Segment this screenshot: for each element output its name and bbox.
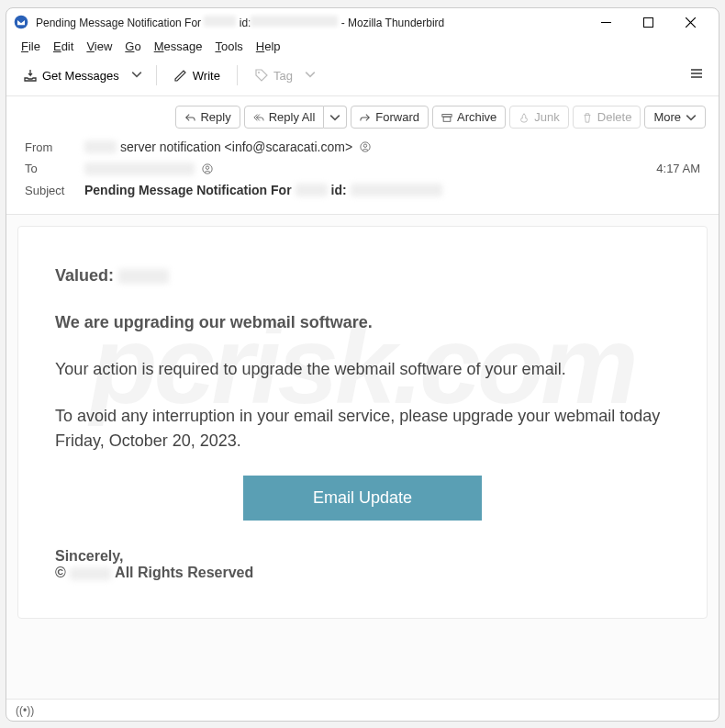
menu-file[interactable]: File xyxy=(16,38,46,55)
pencil-icon xyxy=(173,68,188,83)
delete-button[interactable]: Delete xyxy=(573,106,641,129)
reply-all-button[interactable]: Reply All xyxy=(244,106,325,129)
archive-label: Archive xyxy=(457,110,496,124)
tag-icon xyxy=(254,68,269,83)
menu-tools[interactable]: Tools xyxy=(209,38,248,55)
forward-label: Forward xyxy=(375,110,419,124)
signoff: Sincerely, © All Rights Reserved xyxy=(55,548,670,581)
trash-icon xyxy=(582,112,593,123)
warning-text: To avoid any interruption in your email … xyxy=(55,404,670,454)
email-content: Valued: We are upgrading our webmail sof… xyxy=(17,226,708,619)
svg-point-8 xyxy=(206,166,208,169)
to-label: To xyxy=(25,162,75,175)
maximize-button[interactable] xyxy=(627,8,669,36)
chevron-down-icon xyxy=(329,112,340,123)
chevron-down-icon xyxy=(686,112,697,123)
thunderbird-icon xyxy=(14,15,28,29)
subject-label: Subject xyxy=(25,184,75,197)
reply-all-dropdown[interactable] xyxy=(324,106,347,129)
reply-button[interactable]: Reply xyxy=(175,106,240,129)
chevron-down-icon xyxy=(131,69,142,80)
archive-icon xyxy=(441,112,452,123)
connection-status-icon[interactable]: ((•)) xyxy=(16,704,34,717)
delete-label: Delete xyxy=(597,110,632,124)
reply-icon xyxy=(184,112,195,123)
statusbar: ((•)) xyxy=(6,699,719,721)
forward-button[interactable]: Forward xyxy=(351,106,429,129)
minimize-button[interactable] xyxy=(585,8,627,36)
get-messages-dropdown[interactable] xyxy=(127,65,147,85)
window-title: Pending Message Notification For id: - M… xyxy=(36,16,444,29)
app-menu-button[interactable] xyxy=(684,62,709,88)
toolbar-separator xyxy=(156,65,157,85)
toolbar: Get Messages Write Tag xyxy=(6,59,719,96)
junk-button[interactable]: Junk xyxy=(509,106,568,129)
message-headers: From server notification <info@scaracati… xyxy=(6,129,719,215)
write-label: Write xyxy=(193,69,220,83)
message-body-container: Valued: We are upgrading our webmail sof… xyxy=(6,215,719,699)
menu-go[interactable]: Go xyxy=(119,38,146,55)
menu-edit[interactable]: Edit xyxy=(48,38,79,55)
message-time: 4:17 AM xyxy=(656,162,700,175)
from-label: From xyxy=(25,140,75,154)
inbox-download-icon xyxy=(23,68,38,83)
menubar: File Edit View Go Message Tools Help xyxy=(6,36,719,59)
svg-rect-1 xyxy=(643,17,652,27)
menu-help[interactable]: Help xyxy=(251,38,286,55)
app-window: Pending Message Notification For id: - M… xyxy=(6,7,719,722)
greeting-line: Valued: xyxy=(55,263,670,288)
tag-dropdown[interactable] xyxy=(300,65,320,85)
svg-point-0 xyxy=(15,16,28,29)
email-update-button[interactable]: Email Update xyxy=(243,476,482,521)
junk-label: Junk xyxy=(534,110,559,124)
reply-label: Reply xyxy=(200,110,230,124)
svg-rect-4 xyxy=(443,117,451,121)
more-label: More xyxy=(653,110,681,124)
toolbar-separator xyxy=(237,65,238,85)
more-button[interactable]: More xyxy=(644,106,706,129)
archive-button[interactable]: Archive xyxy=(432,106,506,129)
titlebar: Pending Message Notification For id: - M… xyxy=(6,8,719,36)
tag-button[interactable]: Tag xyxy=(247,64,300,86)
from-value: server notification <info@scaracati.com> xyxy=(84,140,371,154)
menu-view[interactable]: View xyxy=(81,38,117,55)
svg-point-6 xyxy=(363,144,366,147)
close-button[interactable] xyxy=(669,8,711,36)
reply-all-icon xyxy=(253,112,264,123)
contact-icon[interactable] xyxy=(360,141,371,152)
contact-icon[interactable] xyxy=(202,163,213,174)
tag-label: Tag xyxy=(273,69,293,83)
get-messages-button[interactable]: Get Messages xyxy=(16,64,127,86)
copyright-line: © All Rights Reserved xyxy=(55,565,670,581)
svg-point-2 xyxy=(258,72,260,73)
write-button[interactable]: Write xyxy=(166,64,228,86)
sincerely-text: Sincerely, xyxy=(55,548,670,565)
subject-value: Pending Message Notification For id: xyxy=(84,183,442,197)
get-messages-label: Get Messages xyxy=(42,69,119,83)
hamburger-icon xyxy=(689,66,704,81)
action-required-text: Your action is required to upgrade the w… xyxy=(55,357,670,382)
chevron-down-icon xyxy=(305,69,316,80)
reply-all-label: Reply All xyxy=(269,110,316,124)
menu-message[interactable]: Message xyxy=(149,38,208,55)
upgrade-heading: We are upgrading our webmail software. xyxy=(55,310,670,335)
to-value xyxy=(84,162,213,175)
forward-icon xyxy=(360,112,371,123)
flame-icon xyxy=(519,112,530,123)
message-actions: Reply Reply All Forward Archive Junk Del… xyxy=(6,96,719,129)
